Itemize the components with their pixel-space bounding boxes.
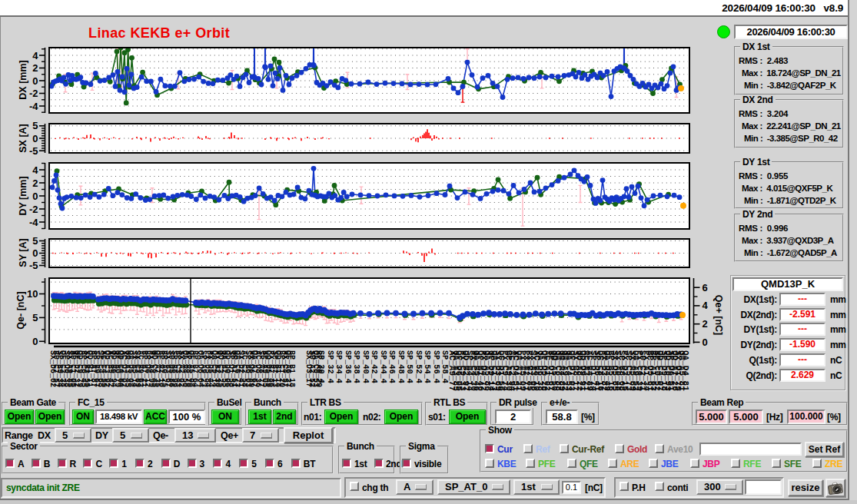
svg-text:2: 2 [32,177,38,189]
svg-text:SP_32_4: SP_32_4 [326,350,334,383]
svg-text:-2: -2 [29,204,38,215]
svg-text:SP_52_4: SP_52_4 [414,350,423,383]
svg-text:SP_46_4: SP_46_4 [387,350,396,383]
svg-text:-5: -5 [29,260,38,271]
svg-text:Qe- [nC]: Qe- [nC] [15,291,26,329]
svg-text:SX [A]: SX [A] [18,124,28,153]
svg-text:SP_54_4: SP_54_4 [423,350,431,383]
svg-text:-4: -4 [29,217,38,228]
svg-text:DX [mm]: DX [mm] [18,60,28,99]
svg-text:6: 6 [703,282,708,293]
svg-text:10: 10 [27,288,38,300]
svg-text:0: 0 [32,247,38,259]
svg-text:5: 5 [32,120,38,131]
svg-text:BP_B1_18: BP_B1_18 [287,350,296,387]
svg-text:SP_36_4: SP_36_4 [344,350,352,383]
svg-text:4: 4 [32,164,38,176]
svg-text:SP_44_4: SP_44_4 [379,350,387,383]
svg-text:0: 0 [703,337,708,348]
svg-text:5: 5 [32,312,38,323]
svg-text:SP_34_4: SP_34_4 [334,350,343,383]
svg-text:Qe+ [nC]: Qe+ [nC] [713,295,724,335]
svg-text:SP_56_4: SP_56_4 [432,350,440,383]
svg-text:5: 5 [32,235,38,247]
svg-text:0: 0 [32,133,38,144]
svg-text:-5: -5 [29,145,38,157]
svg-text:2: 2 [32,62,38,74]
svg-text:SP_38_4: SP_38_4 [352,350,360,383]
svg-text:0: 0 [32,75,38,87]
svg-text:-4: -4 [29,101,38,112]
svg-text:SP_30_4: SP_30_4 [317,350,325,383]
svg-text:0: 0 [32,336,38,347]
svg-text:DY [mm]: DY [mm] [18,176,28,215]
svg-text:0: 0 [32,191,38,202]
svg-text:4: 4 [32,50,38,61]
svg-text:SP_42_4: SP_42_4 [370,350,378,383]
svg-text:4: 4 [703,300,709,311]
svg-text:SP_48_4: SP_48_4 [397,350,405,383]
svg-text:SP_40_4: SP_40_4 [361,350,370,383]
svg-text:SP_50_4: SP_50_4 [405,350,414,383]
svg-text:SY [A]: SY [A] [18,238,28,267]
svg-text:-2: -2 [29,88,38,99]
svg-text:QA_D4_81: QA_D4_81 [681,350,690,391]
svg-text:2: 2 [703,318,708,330]
